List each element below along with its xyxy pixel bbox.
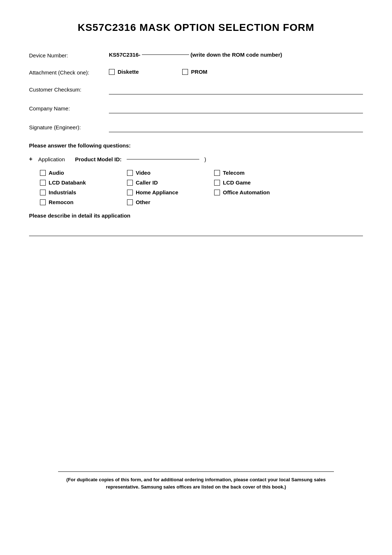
checkboxes-row-1: Audio Video Telecom: [40, 170, 363, 176]
attachment-diskette-item[interactable]: Diskette: [109, 69, 139, 75]
office-automation-checkbox[interactable]: [214, 190, 220, 195]
footer-divider: [58, 471, 334, 472]
attachment-prom-checkbox[interactable]: [182, 69, 188, 75]
remocon-label: Remocon: [49, 199, 73, 205]
lcd-game-checkbox[interactable]: [214, 180, 220, 186]
signature-input[interactable]: [109, 123, 363, 132]
signature-label: Signature (Engineer):: [29, 123, 109, 130]
attachment-prom-item[interactable]: PROM: [182, 69, 207, 75]
product-model-close-paren: ): [204, 156, 206, 162]
page-title: KS57C2316 MASK OPTION SELECTION FORM: [29, 22, 363, 33]
attachment-diskette-checkbox[interactable]: [109, 69, 115, 75]
remocon-item[interactable]: Remocon: [40, 199, 127, 205]
industrials-checkbox[interactable]: [40, 190, 46, 195]
plus-icon: +: [29, 156, 32, 162]
company-name-input[interactable]: [109, 105, 363, 113]
checkboxes-grid: Audio Video Telecom LCD Databank Caller …: [40, 170, 363, 205]
telecom-item[interactable]: Telecom: [214, 170, 301, 176]
device-number-prefix: KS57C2316-: [109, 52, 140, 58]
telecom-label: Telecom: [223, 170, 245, 176]
lcd-databank-label: LCD Databank: [49, 179, 86, 186]
describe-input-line: [29, 227, 363, 236]
other-label: Other: [136, 199, 150, 205]
customer-checksum-row: Customer Checksum:: [29, 86, 363, 94]
checkboxes-row-2: LCD Databank Caller ID LCD Game: [40, 179, 363, 186]
attachment-diskette-label: Diskette: [118, 69, 139, 75]
product-model-input-line: [127, 159, 199, 159]
company-name-row: Company Name:: [29, 105, 363, 113]
attachment-prom-label: PROM: [191, 69, 207, 75]
application-row: + Application Product Model ID: ): [29, 156, 363, 162]
questions-header: Please answer the following questions:: [29, 142, 363, 149]
caller-id-checkbox[interactable]: [127, 180, 133, 186]
caller-id-label: Caller ID: [136, 179, 158, 186]
industrials-label: Industrials: [49, 189, 76, 195]
telecom-checkbox[interactable]: [214, 170, 220, 176]
customer-checksum-label: Customer Checksum:: [29, 86, 109, 93]
footer-section: (For duplicate copies of this form, and …: [58, 471, 334, 490]
other-item[interactable]: Other: [127, 199, 214, 205]
audio-checkbox[interactable]: [40, 170, 46, 176]
checkboxes-row-4: Remocon Other: [40, 199, 363, 205]
home-appliance-item[interactable]: Home Appliance: [127, 189, 214, 195]
device-number-suffix: (write down the ROM code number): [191, 52, 282, 58]
signature-row: Signature (Engineer):: [29, 123, 363, 132]
device-number-label: Device Number:: [29, 52, 109, 58]
describe-header: Please describe in detail its applicatio…: [29, 212, 363, 219]
video-item[interactable]: Video: [127, 170, 214, 176]
company-name-label: Company Name:: [29, 105, 109, 112]
video-label: Video: [136, 170, 151, 176]
device-number-input-line: [142, 54, 189, 55]
attachment-options: Diskette PROM: [109, 69, 363, 75]
product-model-label: Product Model ID:: [75, 156, 122, 162]
lcd-game-label: LCD Game: [223, 179, 251, 186]
application-text: Application: [38, 156, 65, 162]
device-number-field: KS57C2316- (write down the ROM code numb…: [109, 52, 363, 58]
attachment-row: Attachment (Check one): Diskette PROM: [29, 69, 363, 76]
caller-id-item[interactable]: Caller ID: [127, 179, 214, 186]
attachment-label: Attachment (Check one):: [29, 69, 109, 76]
lcd-game-item[interactable]: LCD Game: [214, 179, 301, 186]
checkboxes-row-3: Industrials Home Appliance Office Automa…: [40, 189, 363, 195]
device-number-row: Device Number: KS57C2316- (write down th…: [29, 52, 363, 58]
remocon-checkbox[interactable]: [40, 199, 46, 205]
home-appliance-label: Home Appliance: [136, 189, 178, 195]
video-checkbox[interactable]: [127, 170, 133, 176]
lcd-databank-item[interactable]: LCD Databank: [40, 179, 127, 186]
office-automation-item[interactable]: Office Automation: [214, 189, 301, 195]
customer-checksum-input[interactable]: [109, 86, 363, 94]
other-checkbox[interactable]: [127, 199, 133, 205]
industrials-item[interactable]: Industrials: [40, 189, 127, 195]
office-automation-label: Office Automation: [223, 189, 270, 195]
audio-item[interactable]: Audio: [40, 170, 127, 176]
home-appliance-checkbox[interactable]: [127, 190, 133, 195]
lcd-databank-checkbox[interactable]: [40, 180, 46, 186]
footer-text: (For duplicate copies of this form, and …: [58, 476, 334, 490]
audio-label: Audio: [49, 170, 64, 176]
